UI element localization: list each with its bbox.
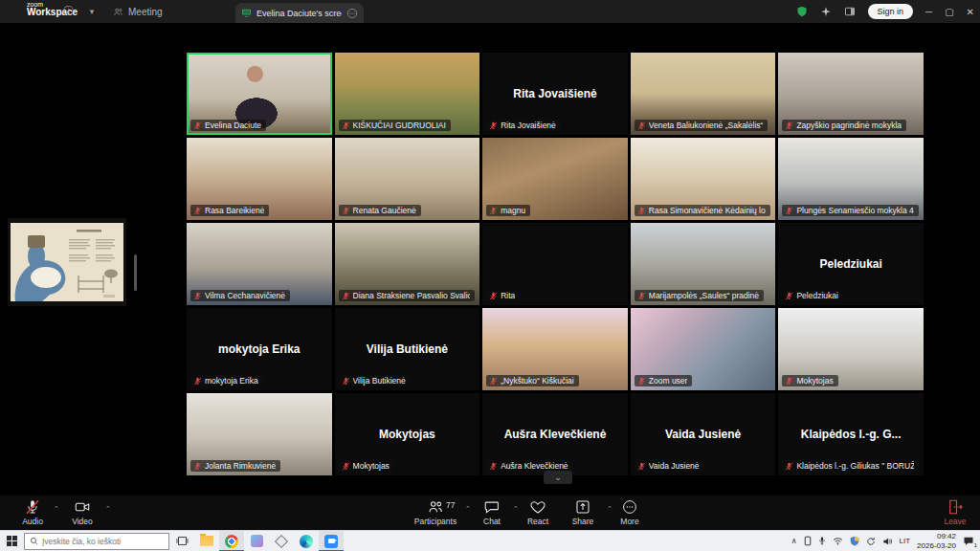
shared-screen-preview[interactable] [8,218,126,306]
muted-mic-icon [193,292,202,300]
name-label: Peledziukai [782,290,842,301]
name-label: Veneta Baliukonienė „Sakalėlis“ [635,120,768,131]
camera-icon [74,498,91,516]
wifi-icon[interactable] [833,537,843,545]
language-indicator[interactable]: LIT [900,537,911,545]
start-button[interactable] [0,531,23,551]
screen-share-icon [241,8,252,18]
side-panel-icon[interactable] [844,6,856,17]
name-label: Zoom user [635,375,693,386]
muted-mic-icon [637,462,646,471]
muted-mic-icon [785,121,793,130]
share-button[interactable]: Share ⌃ [563,498,603,526]
participant-tile[interactable]: Marijampolės „Saules“ pradinė [631,223,776,305]
muted-mic-icon [637,377,646,386]
participant-tile[interactable]: Rasa Bareikienė [187,138,332,220]
ai-sparkle-icon[interactable] [820,6,832,17]
participant-tile[interactable]: Rita Jovaišienė Rita Jovaišienė [482,53,628,135]
chevron-down-icon[interactable]: ▼ [88,6,96,19]
audio-options-caret[interactable]: ⌃ [54,505,59,513]
file-explorer-icon[interactable] [194,531,219,551]
muted-mic-icon [193,462,202,471]
participant-tile[interactable]: Mokytojas [778,308,924,390]
participants-options-caret[interactable]: ⌃ [465,505,471,513]
3d-viewer-icon[interactable] [269,531,294,551]
participant-tile[interactable]: „Nykštuko“ Kiškučiai [482,308,628,390]
maximize-button[interactable]: ▢ [945,7,953,17]
participant-tile[interactable]: Veneta Baliukonienė „Sakalėlis“ [631,53,776,135]
muted-mic-icon [489,121,498,130]
search-input[interactable] [42,537,155,546]
defender-shield-icon[interactable] [850,536,859,546]
video-button[interactable]: Video ⌃ [63,498,101,526]
tab-evelina-screen[interactable]: Evelina Daciute's screen [235,3,364,23]
participant-tile[interactable]: Renata Gaučienė [335,138,480,220]
participant-tile[interactable]: Plungės Senamiesčio mokykla 4c [778,138,924,220]
participant-tile[interactable]: KIŠKUČIAI GUDRUOLIAI [335,53,480,135]
participant-tile[interactable]: Jolanta Rimkuvienė [187,393,332,475]
chat-options-caret[interactable]: ⌃ [513,505,519,513]
muted-mic-icon [489,377,498,386]
react-button[interactable]: React [519,498,557,526]
book-page-illustration [8,218,126,306]
name-label: KIŠKUČIAI GUDRUOLIAI [339,120,451,131]
info-icon[interactable]: ⓘ [63,4,74,17]
name-label: Rita [486,290,520,301]
security-shield-icon[interactable] [796,6,808,17]
sync-icon[interactable] [866,537,876,546]
tab-meeting[interactable]: Meeting [113,0,163,23]
participant-tile[interactable]: Mokytojas Mokytojas [335,393,480,475]
participants-button[interactable]: 77 Participants ⌃ [408,498,463,526]
name-label: Jolanta Rimkuvienė [190,460,280,472]
participant-tile[interactable]: Klaipėdos l.-g. G... Klaipėdos l.-g. Gil… [778,393,924,475]
muted-mic-icon [489,462,498,471]
paint3d-icon[interactable] [244,531,269,551]
leave-door-icon [947,498,964,516]
participant-tile[interactable]: Diana Straksiene Pasvalio Svalios progim… [335,223,480,305]
zoom-app-icon[interactable] [319,531,344,551]
more-button[interactable]: More [612,498,647,526]
muted-mic-icon [637,121,646,130]
leave-button[interactable]: Leave [936,498,974,526]
action-center-icon[interactable]: 1 [963,536,974,546]
gallery-scrollbar[interactable] [134,254,137,291]
tab-more-icon[interactable] [346,8,358,19]
volume-icon[interactable] [882,537,893,546]
participant-tile[interactable]: magnu [482,138,628,220]
search-icon [30,537,38,545]
close-button[interactable]: ✕ [967,7,974,17]
tray-mic-icon[interactable] [818,536,826,546]
participant-tile[interactable]: Rasa Simonavičienė Kėdainių lopšelis-dar… [631,138,776,220]
hidden-icons-chevron[interactable]: ∧ [791,537,797,545]
sign-in-button[interactable]: Sign in [868,4,914,19]
taskbar-clock[interactable]: 09:42 2026-03-20 [917,532,956,550]
participant-tile[interactable]: Zoom user [631,308,776,390]
name-label: Plungės Senamiesčio mokykla 4c [782,205,919,216]
participant-tile[interactable]: Vilma Cechanavičienė [187,223,332,305]
participant-tile[interactable]: Evelina Daciute [187,53,332,135]
participant-tile[interactable]: mokytoja Erika mokytoja Erika [187,308,332,390]
muted-mic-icon [785,292,793,300]
edge-icon[interactable] [294,531,319,551]
participant-tile[interactable]: Aušra Klevečkienė Aušra Klevečkienė [482,393,628,475]
participant-gallery: Evelina Daciute KIŠKUČIAI GUDRUOLIAI Rit… [187,53,924,475]
participant-tile[interactable]: Vaida Jusienė Vaida Jusienė [631,393,776,475]
muted-mic-icon [342,207,350,215]
collapse-gallery-button[interactable]: ⌄ [544,471,572,484]
audio-button[interactable]: Audio ⌃ [13,498,52,526]
video-options-caret[interactable]: ⌃ [105,505,111,513]
participant-tile[interactable]: Vilija Butikienė Vilija Butikienė [335,308,480,390]
participant-tile[interactable]: Zapyškio pagrindinė mokykla [778,53,924,135]
participant-tile[interactable]: Peledziukai Peledziukai [778,223,924,305]
participant-tile[interactable]: Rita [482,223,628,305]
taskbar-search[interactable] [24,533,169,550]
minimize-button[interactable]: ─ [925,7,932,17]
more-ellipsis-icon [621,498,638,516]
phone-link-icon[interactable] [804,536,812,546]
chrome-icon[interactable] [219,531,244,551]
task-view-icon[interactable] [169,531,194,551]
muted-mic-icon [342,377,350,386]
muted-mic-icon [193,207,202,215]
chat-button[interactable]: Chat ⌃ [475,498,509,526]
share-options-caret[interactable]: ⌃ [607,505,612,513]
